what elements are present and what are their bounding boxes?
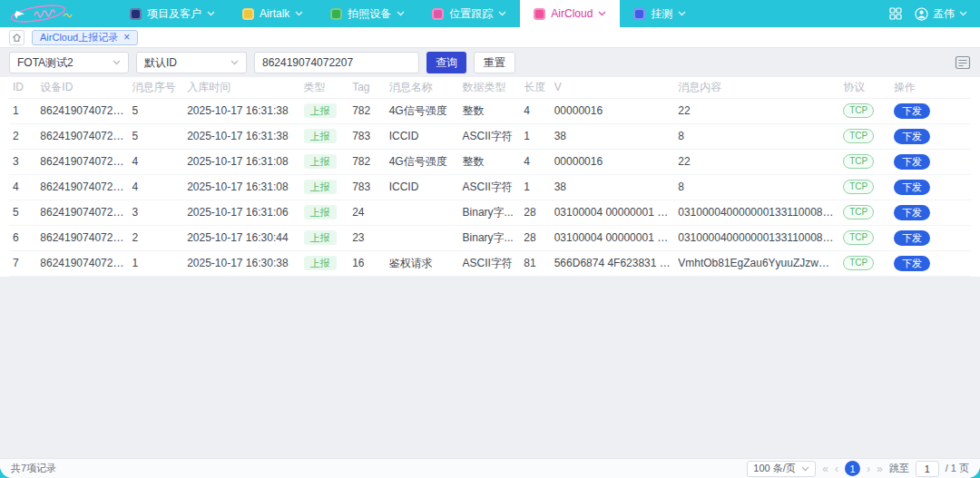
send-button[interactable]: 下发 bbox=[894, 103, 930, 119]
cell-id: 7 bbox=[9, 250, 36, 276]
table-row: 286241907407220752025-10-17 16:31:38上报78… bbox=[9, 123, 971, 149]
cell-msg-name: 4G信号强度 bbox=[386, 98, 459, 123]
pagination: 100 条/页 « ‹ 1 › » 跳至 / 1 页 bbox=[747, 461, 969, 477]
close-icon[interactable]: × bbox=[123, 32, 130, 43]
type-badge: 上报 bbox=[304, 103, 337, 118]
user-name: 孟伟 bbox=[933, 6, 955, 22]
cell-v: 38 bbox=[551, 123, 675, 149]
cell-type: 上报 bbox=[300, 250, 349, 276]
column-header: 操作 bbox=[890, 77, 971, 98]
protocol-badge: TCP bbox=[843, 205, 874, 219]
nav-item-tracking[interactable]: 位置跟踪 bbox=[418, 0, 520, 27]
apps-icon[interactable] bbox=[889, 7, 902, 20]
home-button[interactable] bbox=[9, 30, 24, 45]
reset-button[interactable]: 重置 bbox=[474, 52, 515, 73]
nav-item-inspection[interactable]: 挂测 bbox=[620, 0, 700, 27]
message-id-select[interactable]: 默认ID bbox=[136, 52, 247, 73]
cell-device-id: 862419074072207 bbox=[36, 174, 128, 200]
send-button[interactable]: 下发 bbox=[894, 180, 930, 195]
cell-v: 38 bbox=[551, 174, 675, 200]
chevron-down-icon bbox=[678, 11, 686, 16]
cell-device-id: 862419074072207 bbox=[36, 225, 128, 250]
project-select-value: FOTA测试2 bbox=[17, 55, 74, 71]
jump-page-input[interactable] bbox=[916, 461, 939, 477]
cell-tag: 782 bbox=[348, 98, 385, 123]
cell-time: 2025-10-17 16:30:44 bbox=[183, 225, 299, 250]
jump-label: 跳至 bbox=[889, 462, 909, 475]
tab-aircloud-records[interactable]: AirCloud上报记录 × bbox=[32, 30, 138, 45]
cell-device-id: 862419074072207 bbox=[36, 200, 128, 225]
chevron-down-icon bbox=[230, 60, 239, 65]
cell-content: 8 bbox=[674, 174, 839, 200]
cell-protocol: TCP bbox=[839, 149, 890, 174]
type-badge: 上报 bbox=[304, 180, 337, 194]
cell-protocol: TCP bbox=[839, 200, 890, 225]
cell-action: 下发 bbox=[890, 149, 971, 174]
records-table-region: ID设备ID消息序号入库时间类型Tag消息名称数据类型长度V消息内容协议操作 1… bbox=[0, 77, 980, 277]
cell-seq: 4 bbox=[128, 149, 183, 174]
chevron-down-icon bbox=[207, 11, 215, 16]
column-header: V bbox=[551, 77, 675, 98]
column-settings-icon[interactable] bbox=[955, 55, 971, 70]
column-header: 消息名称 bbox=[386, 77, 459, 98]
cell-time: 2025-10-17 16:30:38 bbox=[183, 250, 299, 276]
cell-tag: 783 bbox=[348, 123, 385, 149]
send-button[interactable]: 下发 bbox=[894, 230, 930, 246]
cell-type: 上报 bbox=[300, 123, 349, 149]
nav-item-aircloud[interactable]: AirCloud bbox=[520, 0, 620, 27]
nav-item-projects[interactable]: 项目及客户 bbox=[116, 0, 229, 27]
send-button[interactable]: 下发 bbox=[894, 154, 930, 170]
cell-seq: 1 bbox=[128, 250, 183, 276]
next-page-button[interactable]: › bbox=[867, 463, 870, 475]
column-header: ID bbox=[9, 77, 36, 98]
project-select[interactable]: FOTA测试2 bbox=[9, 52, 129, 73]
cell-msg-name bbox=[386, 225, 459, 250]
send-button[interactable]: 下发 bbox=[894, 256, 930, 271]
first-page-button[interactable]: « bbox=[822, 463, 828, 475]
airtalk-icon bbox=[242, 8, 254, 20]
cell-data-type: Binary字... bbox=[459, 200, 521, 225]
aircloud-icon bbox=[534, 8, 545, 20]
cell-device-id: 862419074072207 bbox=[36, 149, 128, 174]
send-button[interactable]: 下发 bbox=[894, 129, 930, 144]
cell-data-type: 整数 bbox=[459, 98, 521, 123]
page-size-select[interactable]: 100 条/页 bbox=[747, 461, 816, 477]
device-id-input[interactable] bbox=[254, 52, 419, 73]
protocol-badge: TCP bbox=[843, 129, 874, 143]
cell-tag: 24 bbox=[348, 200, 385, 225]
send-button[interactable]: 下发 bbox=[894, 205, 930, 220]
logo bbox=[0, 0, 116, 27]
prev-page-button[interactable]: ‹ bbox=[835, 463, 838, 475]
nav-item-airtalk[interactable]: Airtalk bbox=[229, 0, 317, 27]
cell-device-id: 862419074072207 bbox=[36, 123, 128, 149]
cell-action: 下发 bbox=[890, 174, 971, 200]
cell-data-type: Binary字... bbox=[459, 225, 521, 250]
table-row: 686241907407220722025-10-17 16:30:44上报23… bbox=[9, 225, 971, 250]
table-row: 386241907407220742025-10-17 16:31:08上报78… bbox=[9, 149, 971, 174]
current-page-button[interactable]: 1 bbox=[845, 461, 860, 476]
cell-length: 1 bbox=[520, 123, 550, 149]
type-badge: 上报 bbox=[304, 154, 337, 169]
type-badge: 上报 bbox=[304, 205, 337, 219]
user-menu[interactable]: 孟伟 bbox=[915, 6, 967, 22]
cell-id: 3 bbox=[9, 149, 36, 174]
topbar-right: 孟伟 bbox=[889, 0, 980, 27]
records-table: ID设备ID消息序号入库时间类型Tag消息名称数据类型长度V消息内容协议操作 1… bbox=[9, 77, 971, 277]
column-header: 入库时间 bbox=[183, 77, 299, 98]
cell-tag: 23 bbox=[348, 225, 385, 250]
cell-v: 00000016 bbox=[551, 98, 675, 123]
cell-action: 下发 bbox=[890, 200, 971, 225]
main-nav: 项目及客户Airtalk拍照设备位置跟踪AirCloud挂测 bbox=[116, 0, 700, 27]
app-window: 项目及客户Airtalk拍照设备位置跟踪AirCloud挂测 孟伟 AirClo… bbox=[0, 0, 980, 478]
cell-data-type: ASCII字符 bbox=[459, 174, 521, 200]
nav-item-camera[interactable]: 拍照设备 bbox=[317, 0, 418, 27]
cell-time: 2025-10-17 16:31:38 bbox=[183, 123, 299, 149]
cell-time: 2025-10-17 16:31:06 bbox=[183, 200, 299, 225]
cell-id: 5 bbox=[9, 200, 36, 225]
cell-data-type: ASCII字符 bbox=[459, 123, 521, 149]
search-button[interactable]: 查询 bbox=[426, 52, 466, 73]
cell-action: 下发 bbox=[890, 98, 971, 123]
cell-length: 81 bbox=[520, 250, 550, 276]
last-page-button[interactable]: » bbox=[877, 463, 883, 475]
cell-tag: 782 bbox=[348, 149, 385, 174]
